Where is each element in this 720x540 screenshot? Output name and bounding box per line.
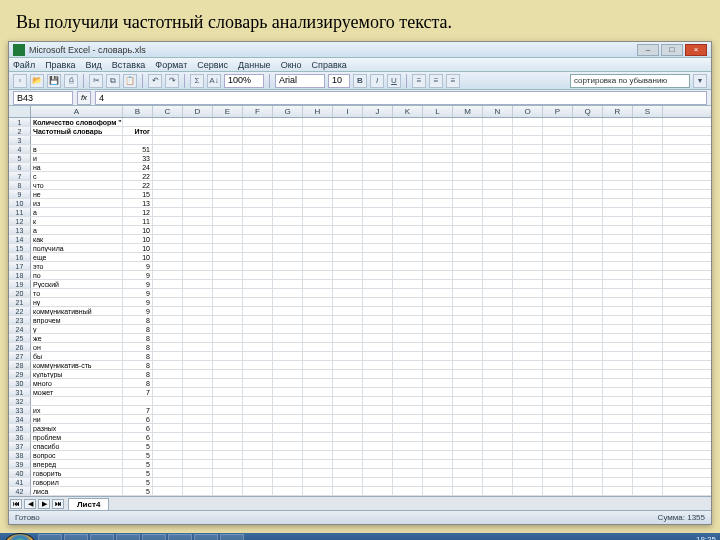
cell[interactable]	[483, 343, 513, 351]
cell[interactable]	[303, 415, 333, 423]
row-header[interactable]: 26	[9, 343, 31, 351]
cell[interactable]	[423, 271, 453, 279]
cell[interactable]: 6	[123, 424, 153, 432]
row-header[interactable]: 13	[9, 226, 31, 234]
cell[interactable]	[573, 235, 603, 243]
cell[interactable]: 7	[123, 388, 153, 396]
cell[interactable]: вперед	[31, 460, 123, 468]
sort-asc-icon[interactable]: A↓	[207, 74, 221, 88]
cell[interactable]	[303, 307, 333, 315]
cell[interactable]	[573, 388, 603, 396]
cell[interactable]	[603, 424, 633, 432]
system-tray[interactable]: RU ▯ 📶 🔊 18:25 15.11.2013	[624, 536, 716, 540]
cell[interactable]	[543, 226, 573, 234]
cell[interactable]	[333, 154, 363, 162]
cell[interactable]	[213, 316, 243, 324]
cell[interactable]	[423, 127, 453, 135]
cell[interactable]	[453, 406, 483, 414]
cell[interactable]	[273, 154, 303, 162]
maximize-button[interactable]: □	[661, 44, 683, 56]
cell[interactable]	[603, 298, 633, 306]
cell[interactable]	[513, 235, 543, 243]
cell[interactable]	[423, 235, 453, 243]
cell[interactable]	[393, 469, 423, 477]
cell[interactable]	[363, 208, 393, 216]
italic-icon[interactable]: I	[370, 74, 384, 88]
cell[interactable]: 8	[123, 325, 153, 333]
cell[interactable]	[363, 262, 393, 270]
cell[interactable]	[513, 343, 543, 351]
cell[interactable]: а	[31, 226, 123, 234]
print-icon[interactable]: ⎙	[64, 74, 78, 88]
cell[interactable]	[363, 478, 393, 486]
cell[interactable]	[483, 190, 513, 198]
cell[interactable]	[573, 118, 603, 126]
cell[interactable]	[333, 181, 363, 189]
cell[interactable]	[333, 118, 363, 126]
cell[interactable]	[603, 226, 633, 234]
cell[interactable]	[183, 208, 213, 216]
cell[interactable]	[213, 262, 243, 270]
taskbar-app-icon[interactable]: P	[168, 534, 192, 540]
cell[interactable]: с	[31, 172, 123, 180]
cell[interactable]	[183, 244, 213, 252]
cell[interactable]	[573, 289, 603, 297]
sort-dropdown[interactable]: сортировка по убыванию	[570, 74, 690, 88]
copy-icon[interactable]: ⧉	[106, 74, 120, 88]
cell[interactable]	[31, 397, 123, 405]
cell[interactable]	[633, 154, 663, 162]
cell[interactable]: 13	[123, 199, 153, 207]
cell[interactable]	[393, 379, 423, 387]
cell[interactable]: 8	[123, 334, 153, 342]
cell[interactable]	[363, 388, 393, 396]
cell[interactable]	[303, 298, 333, 306]
cell[interactable]	[483, 478, 513, 486]
row-header[interactable]: 16	[9, 253, 31, 261]
cell[interactable]	[393, 361, 423, 369]
cell[interactable]	[243, 181, 273, 189]
cell[interactable]	[303, 289, 333, 297]
cell[interactable]	[183, 181, 213, 189]
cell[interactable]	[153, 352, 183, 360]
cell[interactable]	[483, 415, 513, 423]
cell[interactable]: много	[31, 379, 123, 387]
cell[interactable]	[423, 307, 453, 315]
cell[interactable]	[243, 451, 273, 459]
cell[interactable]	[393, 451, 423, 459]
cell[interactable]	[573, 163, 603, 171]
cell[interactable]	[423, 442, 453, 450]
menu-item[interactable]: Справка	[312, 60, 347, 70]
cell[interactable]	[453, 388, 483, 396]
cell[interactable]	[543, 190, 573, 198]
column-header[interactable]: K	[393, 106, 423, 117]
cell[interactable]	[423, 262, 453, 270]
cell[interactable]	[243, 280, 273, 288]
cell[interactable]	[573, 460, 603, 468]
cell[interactable]	[573, 370, 603, 378]
cell[interactable]: Количество словоформ "Частотный словарь"	[31, 118, 123, 126]
cell[interactable]	[513, 262, 543, 270]
cell[interactable]: на	[31, 163, 123, 171]
cell[interactable]	[423, 460, 453, 468]
row-header[interactable]: 1	[9, 118, 31, 126]
cell[interactable]: 10	[123, 253, 153, 261]
cell[interactable]	[213, 235, 243, 243]
cell[interactable]	[393, 397, 423, 405]
cell[interactable]	[303, 325, 333, 333]
cell[interactable]	[333, 316, 363, 324]
row-header[interactable]: 38	[9, 451, 31, 459]
cell[interactable]: он	[31, 343, 123, 351]
cell[interactable]	[153, 442, 183, 450]
cell[interactable]	[423, 316, 453, 324]
fontsize-select[interactable]: 10	[328, 74, 350, 88]
cell[interactable]	[273, 343, 303, 351]
cell[interactable]	[243, 343, 273, 351]
cell[interactable]: 6	[123, 433, 153, 441]
cell[interactable]	[573, 190, 603, 198]
cell[interactable]	[453, 289, 483, 297]
cell[interactable]: 9	[123, 262, 153, 270]
cell[interactable]: 33	[123, 154, 153, 162]
cell[interactable]	[483, 199, 513, 207]
cell[interactable]: это	[31, 262, 123, 270]
cell[interactable]	[513, 190, 543, 198]
